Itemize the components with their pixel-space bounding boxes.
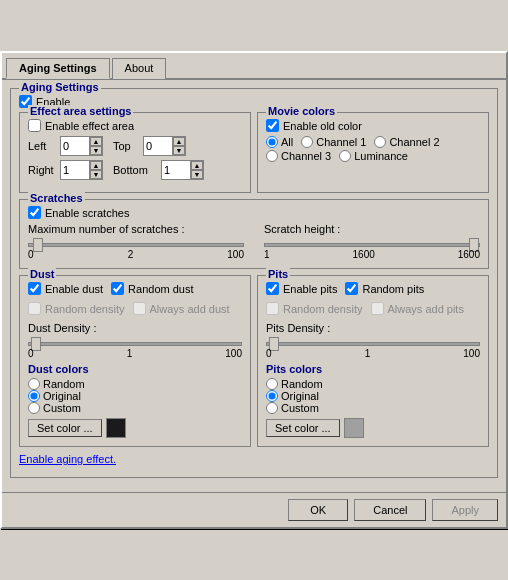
pits-custom-radio[interactable]: [266, 402, 278, 414]
enable-old-label: Enable old color: [283, 120, 362, 132]
radio-luminance[interactable]: [339, 150, 351, 162]
dust-custom-label: Custom: [43, 402, 81, 414]
pits-density-slider[interactable]: [266, 342, 480, 346]
radio-channel1[interactable]: [301, 136, 313, 148]
scratch-num-section: Maximum number of scratches : 0 2 100: [28, 223, 244, 260]
enable-pits-label: Enable pits: [283, 283, 337, 295]
enable-scratches-checkbox[interactable]: [28, 206, 41, 219]
left-spin[interactable]: ▲ ▼: [89, 137, 102, 155]
radio-ch2-label: Channel 2: [389, 136, 439, 148]
pits-density-label: Pits Density :: [266, 322, 480, 334]
dust-original-radio[interactable]: [28, 390, 40, 402]
scratch-sliders-row: Maximum number of scratches : 0 2 100 Sc…: [28, 223, 480, 260]
tab-bar: Aging Settings About: [2, 53, 506, 80]
tab-about[interactable]: About: [112, 58, 167, 79]
dust-density-slider[interactable]: [28, 342, 242, 346]
scratch-num-label: Maximum number of scratches :: [28, 223, 244, 235]
dust-colors-title: Dust colors: [28, 363, 242, 375]
apply-button[interactable]: Apply: [432, 499, 498, 521]
always-add-dust-checkbox[interactable]: [133, 302, 146, 315]
pits-original-row: Original: [266, 390, 480, 402]
bottom-input[interactable]: [162, 161, 190, 179]
right-label: Right: [28, 164, 56, 176]
radio-ch2-row: Channel 2: [374, 136, 439, 148]
pits-label: Pits: [266, 268, 290, 280]
random-density-dust-checkbox[interactable]: [28, 302, 41, 315]
dust-custom-row: Custom: [28, 402, 242, 414]
top-input-group[interactable]: ▲ ▼: [143, 136, 186, 156]
random-dust-label: Random dust: [128, 283, 193, 295]
top-spin-up[interactable]: ▲: [173, 137, 185, 146]
random-density-pits-label: Random density: [283, 303, 363, 315]
scratch-height-label: Scratch height :: [264, 223, 480, 235]
dust-original-label: Original: [43, 390, 81, 402]
scratch-height-slider[interactable]: [264, 243, 480, 247]
dust-set-color-row: Set color ...: [28, 418, 242, 438]
right-spin-up[interactable]: ▲: [90, 161, 102, 170]
radio-ch1-row: Channel 1: [301, 136, 366, 148]
right-spin-down[interactable]: ▼: [90, 170, 102, 179]
radio-all[interactable]: [266, 136, 278, 148]
dust-original-row: Original: [28, 390, 242, 402]
dialog-buttons-bar: OK Cancel Apply: [2, 492, 506, 527]
enable-effect-row: Enable effect area: [28, 119, 242, 132]
random-pits-label: Random pits: [362, 283, 424, 295]
pits-original-radio[interactable]: [266, 390, 278, 402]
bottom-spin-up[interactable]: ▲: [191, 161, 203, 170]
pits-random-label: Random: [281, 378, 323, 390]
right-spin[interactable]: ▲ ▼: [89, 161, 102, 179]
top-spin[interactable]: ▲ ▼: [172, 137, 185, 155]
radio-ch3-row: Channel 3: [266, 150, 331, 162]
random-pits-checkbox[interactable]: [345, 282, 358, 295]
always-add-pits-checkbox[interactable]: [371, 302, 384, 315]
always-add-pits-label: Always add pits: [388, 303, 464, 315]
left-spin-up[interactable]: ▲: [90, 137, 102, 146]
radio-lum-label: Luminance: [354, 150, 408, 162]
bottom-label: Bottom: [113, 164, 157, 176]
tab-aging-settings[interactable]: Aging Settings: [6, 58, 110, 79]
top-input[interactable]: [144, 137, 172, 155]
ok-button[interactable]: OK: [288, 499, 348, 521]
right-input[interactable]: [61, 161, 89, 179]
random-dust-checkbox[interactable]: [111, 282, 124, 295]
enable-dust-checkbox[interactable]: [28, 282, 41, 295]
enable-effect-checkbox[interactable]: [28, 119, 41, 132]
pits-color-swatch: [344, 418, 364, 438]
pits-original-label: Original: [281, 390, 319, 402]
dust-set-color-button[interactable]: Set color ...: [28, 419, 102, 437]
random-density-pits-checkbox[interactable]: [266, 302, 279, 315]
top-section: Effect area settings Enable effect area …: [19, 112, 489, 193]
enable-old-checkbox[interactable]: [266, 119, 279, 132]
left-input-group[interactable]: ▲ ▼: [60, 136, 103, 156]
pits-enable-row: Enable pits Random pits: [266, 282, 480, 299]
bottom-spin[interactable]: ▲ ▼: [190, 161, 203, 179]
bottom-spin-down[interactable]: ▼: [191, 170, 203, 179]
enable-pits-checkbox[interactable]: [266, 282, 279, 295]
top-spin-down[interactable]: ▼: [173, 146, 185, 155]
radio-channel3[interactable]: [266, 150, 278, 162]
left-input[interactable]: [61, 137, 89, 155]
dialog-content: Aging Settings Enable Effect area settin…: [2, 80, 506, 492]
pits-set-color-button[interactable]: Set color ...: [266, 419, 340, 437]
movie-colors-group: Movie colors Enable old color All Channe…: [257, 112, 489, 193]
scratch-num-slider[interactable]: [28, 243, 244, 247]
enable-effect-label: Enable effect area: [45, 120, 134, 132]
dust-random-radio[interactable]: [28, 378, 40, 390]
pits-colors-section: Pits colors Random Original Custom: [266, 363, 480, 438]
right-input-group[interactable]: ▲ ▼: [60, 160, 103, 180]
radio-lum-row: Luminance: [339, 150, 408, 162]
radio-ch3-label: Channel 3: [281, 150, 331, 162]
pits-group: Pits Enable pits Random pits: [257, 275, 489, 447]
dust-random-label: Random: [43, 378, 85, 390]
cancel-button[interactable]: Cancel: [354, 499, 426, 521]
pits-random-radio[interactable]: [266, 378, 278, 390]
scratches-group: Scratches Enable scratches Maximum numbe…: [19, 199, 489, 269]
bottom-input-group[interactable]: ▲ ▼: [161, 160, 204, 180]
radio-channel2[interactable]: [374, 136, 386, 148]
enable-dust-label: Enable dust: [45, 283, 103, 295]
radio-all-label: All: [281, 136, 293, 148]
random-density-dust-label: Random density: [45, 303, 125, 315]
dust-custom-radio[interactable]: [28, 402, 40, 414]
left-spin-down[interactable]: ▼: [90, 146, 102, 155]
enable-aging-link[interactable]: Enable aging effect.: [19, 453, 489, 465]
